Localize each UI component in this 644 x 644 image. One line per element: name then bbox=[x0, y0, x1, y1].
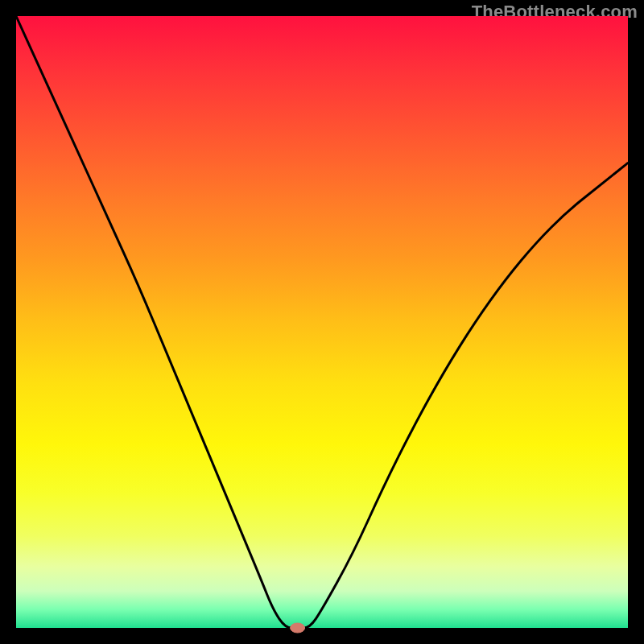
chart-frame: TheBottleneck.com bbox=[0, 0, 644, 644]
plot-area bbox=[16, 16, 628, 628]
optimum-marker bbox=[291, 623, 305, 633]
curve-svg bbox=[16, 16, 628, 628]
bottleneck-curve bbox=[16, 16, 628, 628]
